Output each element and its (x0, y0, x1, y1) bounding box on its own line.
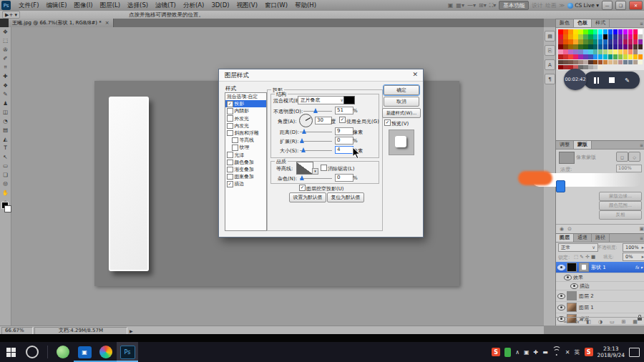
volume-muted-icon[interactable]: ✕ (565, 349, 570, 356)
layer-row-2[interactable]: 描边 (556, 282, 644, 290)
link-layers-icon[interactable]: ∞ (563, 319, 567, 325)
swatch-3-1[interactable] (563, 44, 568, 49)
photoshop-taskbar-icon[interactable]: Ps (117, 342, 138, 362)
sogou2-icon[interactable]: S (585, 348, 593, 356)
style-checkbox-4[interactable] (227, 123, 233, 129)
tool-0-icon[interactable]: ✥ (0, 27, 11, 36)
swatches-tab-0[interactable]: 颜色 (556, 19, 574, 27)
tab-close-icon[interactable]: × (105, 20, 109, 26)
swatch-3-12[interactable] (618, 44, 623, 49)
swatch-4-10[interactable] (608, 49, 613, 54)
masks-tab-1[interactable]: 蒙版 (574, 141, 592, 149)
usb-icon[interactable] (504, 348, 511, 357)
tool-14-icon[interactable]: ↖ (0, 152, 11, 162)
move-tool-options[interactable]: ▶+ ▾ (2, 11, 20, 19)
swatch-2-9[interactable] (603, 39, 608, 44)
restore-button[interactable]: ❏ (615, 1, 626, 10)
contour-dropdown-arrow[interactable]: ▾ (312, 168, 318, 175)
density-value[interactable]: 100% (616, 165, 642, 172)
swatch-7-6[interactable] (588, 65, 593, 70)
swatch-1-10[interactable] (608, 34, 613, 39)
swatch-2-14[interactable] (628, 39, 633, 44)
opacity-slider[interactable] (303, 111, 332, 112)
layers-panel-menu-icon[interactable]: ≡ (640, 234, 644, 242)
recorder-stop-button[interactable] (609, 77, 615, 83)
feather-slider-thumb[interactable] (556, 180, 565, 192)
style-item-2[interactable]: 内阴影 (225, 107, 266, 114)
swatch-5-12[interactable] (618, 54, 623, 59)
visibility-eye-icon[interactable] (557, 305, 565, 310)
distance-field[interactable]: 9 (335, 127, 353, 135)
swatch-2-8[interactable] (598, 39, 603, 44)
swatch-5-5[interactable] (583, 54, 588, 59)
workspace-paint-button[interactable]: 绘画 (545, 2, 556, 9)
zoom-level-field[interactable]: 66.67% (1, 327, 33, 335)
add-pixel-mask-button[interactable]: ◻ (616, 152, 628, 162)
layers-tab-1[interactable]: 通道 (574, 234, 592, 242)
swatch-1-16[interactable] (638, 34, 643, 39)
adjustment-layer-icon[interactable]: ◑ (598, 319, 602, 325)
swatch-2-6[interactable] (588, 39, 593, 44)
tool-9-icon[interactable]: ◫ (0, 108, 11, 117)
tool-1-icon[interactable]: ⬚ (0, 36, 11, 46)
swatch-0-1[interactable] (563, 29, 568, 34)
taskbar-clock[interactable]: 23:13 2018/9/24 (597, 346, 625, 358)
tool-2-icon[interactable]: ✇ (0, 45, 11, 54)
add-mask-icon[interactable]: ◧ (586, 319, 591, 325)
menu-item-7[interactable]: 3D(D) (208, 0, 233, 11)
swatch-5-2[interactable] (568, 54, 573, 59)
swatch-5-0[interactable] (558, 54, 563, 59)
swatch-1-7[interactable] (593, 34, 598, 39)
swatch-2-16[interactable] (638, 39, 643, 44)
swatch-6-0[interactable] (558, 60, 563, 65)
swatch-6-7[interactable] (593, 60, 598, 65)
character-panel-icon[interactable]: A (545, 59, 555, 70)
noise-slider-thumb[interactable] (300, 175, 304, 180)
lock-position-icon[interactable]: ✢ (585, 254, 590, 260)
style-checkbox-9[interactable] (227, 160, 233, 166)
style-checkbox-7[interactable] (232, 145, 238, 151)
swatch-4-11[interactable] (613, 49, 618, 54)
swatch-1-15[interactable] (633, 34, 638, 39)
style-checkbox-10[interactable] (227, 167, 233, 173)
invert-button[interactable]: 反相 (599, 210, 642, 220)
opacity-field[interactable]: 51 (335, 107, 353, 114)
style-item-0[interactable]: 混合选项:自定 (225, 93, 266, 100)
delete-layer-icon[interactable]: ▦ (633, 319, 638, 325)
paragraph-panel-icon[interactable]: ¶ (545, 74, 555, 84)
noise-field[interactable]: 0 (335, 174, 353, 182)
swatch-3-15[interactable] (633, 44, 638, 49)
swatch-5-3[interactable] (573, 54, 578, 59)
swatch-3-9[interactable] (603, 44, 608, 49)
mask-edge-button[interactable]: 蒙版边缘... (599, 192, 642, 201)
swatch-7-7[interactable] (593, 65, 598, 70)
swatch-5-6[interactable] (588, 54, 593, 59)
tool-4-icon[interactable]: ⌗ (0, 63, 11, 72)
swatches-tab-1[interactable]: 色板 (574, 19, 592, 27)
swatch-0-15[interactable] (633, 29, 638, 34)
swatch-6-14[interactable] (628, 60, 633, 65)
swatch-6-5[interactable] (583, 60, 588, 65)
swatch-1-13[interactable] (623, 34, 628, 39)
spread-field[interactable]: 0 (335, 137, 353, 145)
mask-view-icon[interactable]: ⊙ (567, 226, 572, 232)
style-item-12[interactable]: ✓描边 (225, 180, 266, 187)
dialog-title-bar[interactable]: 图层样式 ✕ (219, 69, 423, 82)
swatch-1-1[interactable] (563, 34, 568, 39)
swatch-4-9[interactable] (603, 49, 608, 54)
swatch-6-4[interactable] (578, 60, 583, 65)
layer-row-3[interactable]: 图层 2 (556, 290, 644, 302)
zoom-level-dropdown[interactable]: —▾ (467, 2, 476, 9)
size-field[interactable]: 4 (335, 146, 353, 154)
swatch-6-13[interactable] (623, 60, 628, 65)
new-group-icon[interactable]: ▭ (610, 319, 615, 325)
style-item-9[interactable]: 颜色叠加 (225, 159, 266, 166)
tool-11-icon[interactable]: ▤ (0, 126, 11, 135)
spread-slider[interactable] (300, 141, 332, 142)
menu-item-3[interactable]: 图层(L) (97, 0, 124, 11)
sogou-icon[interactable]: S (492, 348, 500, 356)
menu-item-0[interactable]: 文件(F) (15, 0, 43, 11)
swatch-5-16[interactable] (638, 54, 643, 59)
workspace-more-button[interactable]: ≫ (559, 2, 565, 9)
tool-17-icon[interactable]: ◎ (0, 180, 11, 189)
